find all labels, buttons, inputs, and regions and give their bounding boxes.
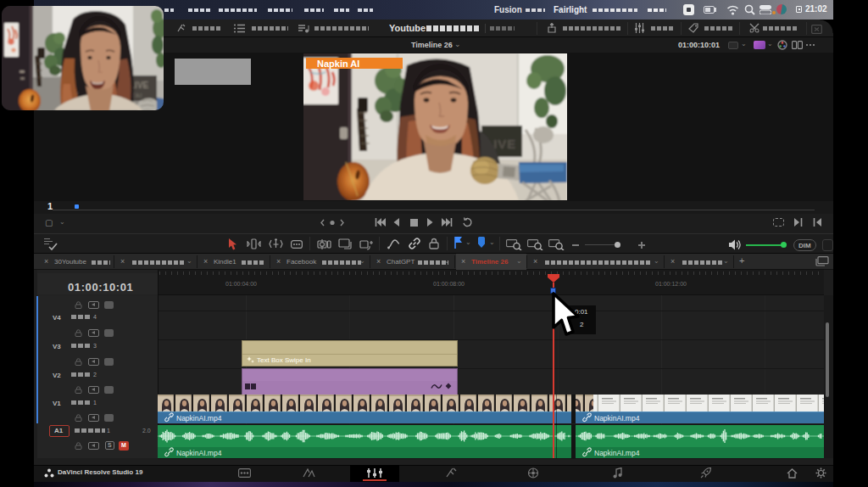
- svg-text:Napkin AI: Napkin AI: [317, 59, 359, 69]
- svg-text:NapkinAI.mp4: NapkinAI.mp4: [594, 414, 640, 423]
- svg-text:NapkinAI.mp4: NapkinAI.mp4: [176, 414, 222, 423]
- svg-text:NapkinAI.mp4: NapkinAI.mp4: [594, 449, 640, 457]
- svg-text:NapkinAI.mp4: NapkinAI.mp4: [176, 449, 222, 457]
